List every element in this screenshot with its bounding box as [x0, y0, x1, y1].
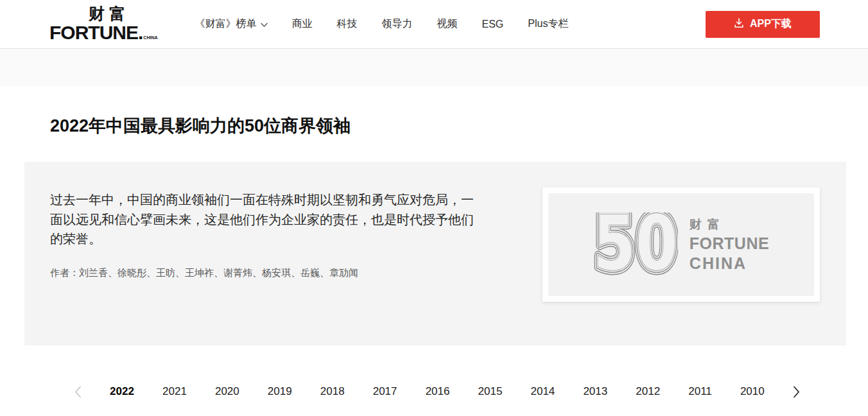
download-icon	[734, 18, 744, 31]
year-tab-2010[interactable]: 2010	[740, 385, 765, 398]
nav-item-plus[interactable]: Plus专栏	[528, 17, 568, 31]
subheader-band	[0, 49, 868, 87]
nav-item-label: 科技	[337, 17, 358, 31]
nav-item-label: Plus专栏	[528, 17, 568, 31]
nav-item-esg[interactable]: ESG	[482, 19, 504, 30]
main-nav: 《财富》榜单 商业 科技 领导力 视频 ESG Plus专栏	[195, 17, 569, 31]
app-download-label: APP下载	[750, 17, 792, 31]
year-tab-2013[interactable]: 2013	[583, 385, 607, 398]
svg-text:50: 50	[593, 212, 677, 277]
year-tab-2017[interactable]: 2017	[373, 385, 397, 398]
chevron-left-icon[interactable]	[74, 386, 82, 398]
logo-cn-text: 财富	[89, 6, 130, 22]
nav-item-video[interactable]: 视频	[437, 17, 458, 31]
year-tab-2012[interactable]: 2012	[636, 385, 660, 398]
fortune-50-badge: 50 50 50 50 50 财富 FORTUNE CHINA	[548, 193, 814, 296]
nav-item-leadership[interactable]: 领导力	[382, 17, 413, 31]
summary-card: 过去一年中，中国的商业领袖们一面在特殊时期以坚韧和勇气应对危局，一面以远见和信心…	[24, 162, 846, 345]
site-logo[interactable]: 财富 FORTUNE. CHINA	[49, 6, 158, 42]
nav-item-label: 商业	[292, 17, 313, 31]
cover-image: 50 50 50 50 50 财富 FORTUNE CHINA	[542, 187, 820, 302]
nav-item-tech[interactable]: 科技	[337, 17, 358, 31]
summary-text: 过去一年中，中国的商业领袖们一面在特殊时期以坚韧和勇气应对危局，一面以远见和信心…	[50, 190, 477, 249]
badge-en2-text: CHINA	[690, 256, 769, 272]
year-tab-2018[interactable]: 2018	[320, 385, 345, 398]
year-tab-2015[interactable]: 2015	[478, 385, 503, 398]
year-tab-2022[interactable]: 2022	[110, 385, 134, 398]
badge-50-graphic: 50 50 50 50 50	[593, 212, 678, 277]
badge-en1-text: FORTUNE	[690, 236, 769, 252]
nav-item-label: 《财富》榜单	[195, 17, 257, 31]
nav-item-business[interactable]: 商业	[292, 17, 313, 31]
year-tab-2016[interactable]: 2016	[426, 385, 450, 398]
nav-item-fortune-lists[interactable]: 《财富》榜单	[195, 17, 268, 31]
logo-sub-text: CHINA	[143, 35, 157, 40]
year-tab-2019[interactable]: 2019	[268, 385, 292, 398]
badge-cn-text: 财富	[690, 218, 769, 230]
chevron-right-icon[interactable]	[793, 386, 800, 398]
app-download-button[interactable]: APP下载	[706, 11, 820, 38]
year-pagination: 2022 2021 2020 2019 2018 2017 2016 2015 …	[74, 384, 800, 399]
chevron-down-icon	[261, 19, 268, 30]
nav-item-label: 视频	[437, 17, 458, 31]
year-tab-2011[interactable]: 2011	[688, 385, 712, 398]
logo-en-text: FORTUNE.	[49, 23, 143, 42]
badge-wordmark: 财富 FORTUNE CHINA	[690, 218, 769, 272]
nav-item-label: 领导力	[382, 17, 413, 31]
site-header: 财富 FORTUNE. CHINA 《财富》榜单 商业 科技 领导力 视频 ES…	[0, 0, 868, 49]
year-tab-2014[interactable]: 2014	[530, 385, 555, 398]
year-tab-2020[interactable]: 2020	[215, 385, 239, 398]
page: 财富 FORTUNE. CHINA 《财富》榜单 商业 科技 领导力 视频 ES…	[0, 0, 868, 416]
page-title: 2022年中国最具影响力的50位商界领袖	[50, 115, 846, 137]
logo-en-row: FORTUNE. CHINA	[49, 23, 158, 42]
year-tab-2021[interactable]: 2021	[162, 385, 187, 398]
main-content: 2022年中国最具影响力的50位商界领袖 过去一年中，中国的商业领袖们一面在特殊…	[0, 115, 868, 399]
nav-item-label: ESG	[482, 19, 504, 30]
